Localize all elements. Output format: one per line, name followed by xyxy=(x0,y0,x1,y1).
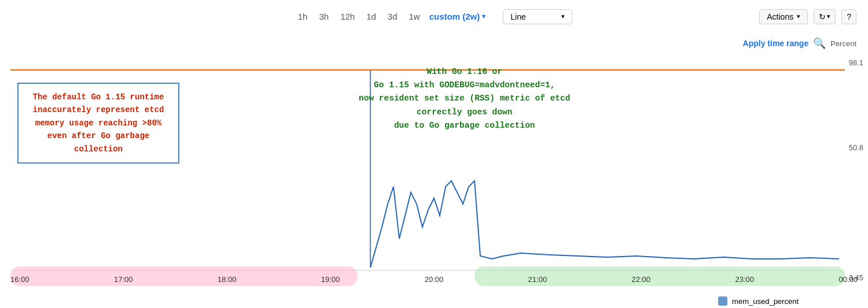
refresh-chevron-icon: ▾ xyxy=(827,13,830,20)
x-label-1600: 16:00 xyxy=(10,275,30,284)
time-btn-12h[interactable]: 12h xyxy=(338,10,357,23)
chart-area: 98.1 50.8 3.45 The default Go 1.15 runti… xyxy=(0,54,868,308)
custom-chevron-icon: ▾ xyxy=(482,13,486,20)
x-label-2100: 21:00 xyxy=(528,275,547,284)
chart-type-chevron-icon: ▾ xyxy=(561,13,565,20)
x-label-1900: 19:00 xyxy=(321,275,340,284)
time-btn-3d[interactable]: 3d xyxy=(385,10,400,23)
percent-label: Percent xyxy=(830,39,856,48)
x-label-0000: 00:00 xyxy=(838,275,858,284)
help-icon: ? xyxy=(847,12,851,21)
x-label-2200: 22:00 xyxy=(632,275,651,284)
right-controls: Actions ▾ ↻ ▾ ? xyxy=(751,9,856,24)
time-btn-3h[interactable]: 3h xyxy=(317,10,331,23)
time-btn-1h[interactable]: 1h xyxy=(296,10,310,23)
zoom-icon[interactable]: 🔍 xyxy=(813,37,826,50)
time-btn-1d[interactable]: 1d xyxy=(364,10,378,23)
chart-type-dropdown[interactable]: Line ▾ xyxy=(503,9,572,24)
x-label-1700: 17:00 xyxy=(114,275,133,284)
refresh-button[interactable]: ↻ ▾ xyxy=(814,9,836,24)
toolbar: 1h 3h 12h 1d 3d 1w custom (2w) ▾ Line ▾ … xyxy=(0,0,868,33)
annotation-right: With Go 1.16 orGo 1.15 with GODEBUG=madv… xyxy=(359,65,570,132)
time-btn-1w[interactable]: 1w xyxy=(407,10,422,23)
x-label-2300: 23:00 xyxy=(735,275,754,284)
apply-time-range-link[interactable]: Apply time range xyxy=(743,39,809,48)
legend-color-box xyxy=(718,296,727,306)
x-label-1800: 18:00 xyxy=(218,275,237,284)
annotation-left: The default Go 1.15 runtimeinaccurately … xyxy=(17,83,179,164)
apply-row: Apply time range 🔍 Percent xyxy=(0,33,868,54)
actions-button[interactable]: Actions ▾ xyxy=(759,9,808,24)
legend: mem_used_percent xyxy=(718,296,799,306)
refresh-icon: ↻ xyxy=(819,12,826,21)
actions-chevron-icon: ▾ xyxy=(797,13,800,20)
x-label-2000: 20:00 xyxy=(425,275,444,284)
chart-type-selector[interactable]: Line ▾ xyxy=(503,9,572,24)
x-axis-labels: 16:00 17:00 18:00 19:00 20:00 21:00 22:0… xyxy=(0,275,868,284)
time-btn-custom[interactable]: custom (2w) ▾ xyxy=(429,12,486,21)
legend-label: mem_used_percent xyxy=(732,297,799,306)
help-button[interactable]: ? xyxy=(841,9,856,24)
time-range-buttons: 1h 3h 12h 1d 3d 1w custom (2w) ▾ xyxy=(296,10,486,23)
